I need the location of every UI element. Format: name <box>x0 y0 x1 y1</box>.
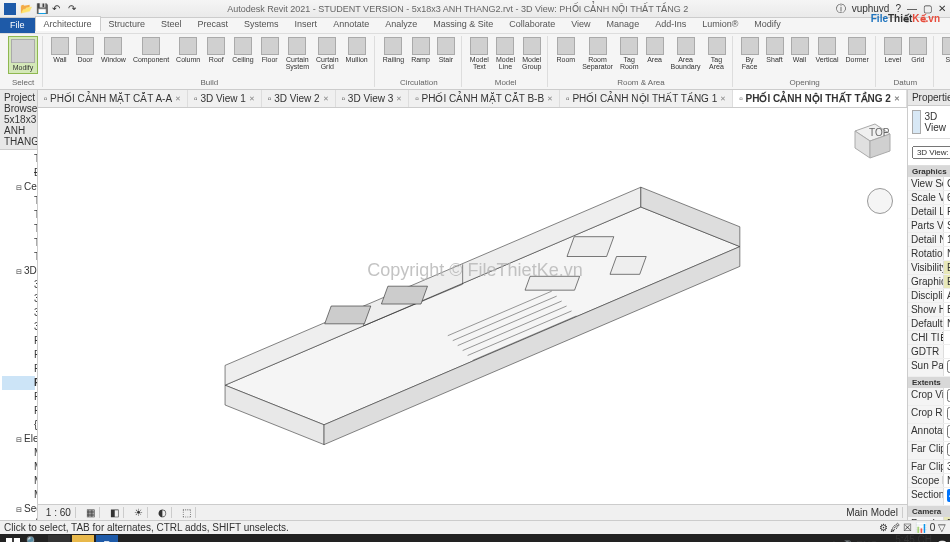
close-tab-icon[interactable]: ✕ <box>894 95 900 103</box>
detail-icon[interactable]: ▦ <box>82 507 100 518</box>
tree-node[interactable]: TẦNG 1 <box>2 194 35 208</box>
tree-node[interactable]: PHỐI CẢNH NỘI THẤT TẦNG 3 <box>2 390 35 404</box>
prop-value[interactable]: 60 <box>944 191 950 204</box>
prop-value[interactable] <box>944 406 950 423</box>
tree-node[interactable]: PHỐI CẢNH NỘI THẤT TẦNG 2 <box>2 376 35 390</box>
tree-node[interactable]: TẦNG 2 <box>2 208 35 222</box>
tree-node[interactable]: MẶT ĐỨNG TRƯỚC TRỤC B-A <box>2 488 35 502</box>
ribbon-shaft-button[interactable]: Shaft <box>764 36 786 64</box>
ribbon-door-button[interactable]: Door <box>74 36 96 64</box>
prop-value[interactable]: Show Original <box>944 219 950 232</box>
file-tab[interactable]: File <box>0 18 35 33</box>
ribbon-modeltext-button[interactable]: Model Text <box>468 36 491 71</box>
tree-node[interactable]: ĐỊNH VỊ <box>2 166 35 180</box>
redo-icon[interactable]: ↷ <box>68 3 80 15</box>
ribbon-room-button[interactable]: Room <box>554 36 577 64</box>
close-tab-icon[interactable]: ✕ <box>323 95 329 103</box>
close-tab-icon[interactable]: ✕ <box>396 95 402 103</box>
view-cube[interactable]: TOP <box>845 116 895 166</box>
menu-tab-manage[interactable]: Manage <box>599 17 648 31</box>
ribbon-stair-button[interactable]: Stair <box>435 36 457 64</box>
tree-node[interactable]: MẶT ĐỨNG TRÁI TRỤC 1-B <box>2 474 35 488</box>
ribbon-byface-button[interactable]: By Face <box>739 36 761 71</box>
prop-value[interactable]: Edit... <box>944 275 950 288</box>
ribbon-level-button[interactable]: Level <box>882 36 904 64</box>
scale-control[interactable]: 1 : 60 <box>42 507 76 518</box>
ribbon-area-button[interactable]: Area <box>644 36 666 64</box>
menu-tab-addins[interactable]: Add-Ins <box>647 17 694 31</box>
ribbon-roomseparator-button[interactable]: Room Separator <box>580 36 615 71</box>
ribbon-wall-button[interactable]: Wall <box>789 36 811 64</box>
tree-node[interactable]: MẶT ĐỨNG PHẢI TRỤC B-1 <box>2 446 35 460</box>
tree-node[interactable]: TẦNG 3 <box>2 222 35 236</box>
drawing-canvas[interactable]: TOP <box>38 108 907 504</box>
prop-category[interactable]: Camera <box>908 506 950 517</box>
ribbon-grid-button[interactable]: Grid <box>907 36 929 64</box>
close-tab-icon[interactable]: ✕ <box>547 95 553 103</box>
sun-icon[interactable]: ☀ <box>130 507 148 518</box>
menu-tab-structure[interactable]: Structure <box>101 17 154 31</box>
main-model[interactable]: Main Model <box>842 507 903 518</box>
tree-node[interactable]: TẦNG LỬNG 2 <box>2 250 35 264</box>
view-tab[interactable]: ▫ 3D View 1✕ <box>188 90 262 107</box>
tree-node[interactable]: TẦNG LỬNG 2 <box>2 152 35 166</box>
prop-value[interactable] <box>944 442 950 459</box>
menu-tab-massingsite[interactable]: Massing & Site <box>425 17 501 31</box>
open-icon[interactable]: 📂 <box>20 3 32 15</box>
shadow-icon[interactable]: ◐ <box>154 507 172 518</box>
ribbon-vertical-button[interactable]: Vertical <box>814 36 841 64</box>
tree-node[interactable]: Ceiling Plans <box>2 180 35 194</box>
menu-tab-collaborate[interactable]: Collaborate <box>501 17 563 31</box>
view-tab[interactable]: ▫ PHỐI CẢNH NỘI THẤT TẦNG 2✕ <box>733 90 907 107</box>
menu-tab-steel[interactable]: Steel <box>153 17 190 31</box>
save-icon[interactable]: 💾 <box>36 3 48 15</box>
type-selector[interactable]: 3D View <box>908 106 950 139</box>
crop-icon[interactable]: ⬚ <box>178 507 196 518</box>
ribbon-modify-button[interactable]: Modify <box>8 36 38 74</box>
tree-node[interactable]: PHỐI CẢNH NỘI THẤT TẦNG MÁI <box>2 404 35 418</box>
ribbon-ramp-button[interactable]: Ramp <box>409 36 432 64</box>
menu-tab-architecture[interactable]: Architecture <box>35 16 101 31</box>
prop-value[interactable]: Custom <box>944 177 950 190</box>
start-button[interactable] <box>2 535 24 542</box>
ribbon-curtaingrid-button[interactable]: Curtain Grid <box>314 36 341 71</box>
tree-node[interactable]: TẦNG LỬNG 1 <box>2 236 35 250</box>
ribbon-window-button[interactable]: Window <box>99 36 128 64</box>
menu-tab-annotate[interactable]: Annotate <box>325 17 377 31</box>
view-tab[interactable]: ▫ PHỐI CẢNH MẶT CẮT B-B✕ <box>409 90 560 107</box>
search-icon[interactable]: 🔍 <box>26 536 46 542</box>
menu-tab-view[interactable]: View <box>563 17 598 31</box>
explorer-icon[interactable]: 📁 <box>72 535 94 542</box>
close-tab-icon[interactable]: ✕ <box>720 95 726 103</box>
tree-node[interactable]: A <box>2 516 35 520</box>
tree-node[interactable]: PHỐI CẢNH MẶT CẮT B-B <box>2 348 35 362</box>
prop-value[interactable]: 1 <box>944 233 950 246</box>
ribbon-ceiling-button[interactable]: Ceiling <box>230 36 255 64</box>
prop-value[interactable]: Architectural <box>944 289 950 302</box>
ribbon-set-button[interactable]: Set <box>940 36 950 64</box>
instance-selector[interactable]: 3D View: PHỐI CẢNH… <box>912 146 950 159</box>
prop-value[interactable]: None <box>944 317 950 330</box>
menu-tab-insert[interactable]: Insert <box>287 17 326 31</box>
ribbon-areaboundary-button[interactable]: Area Boundary <box>669 36 703 71</box>
undo-icon[interactable]: ↶ <box>52 3 64 15</box>
close-tab-icon[interactable]: ✕ <box>249 95 255 103</box>
taskview-icon[interactable]: ▭ <box>48 535 70 542</box>
tree-node[interactable]: 3D View 2 <box>2 306 35 320</box>
ribbon-column-button[interactable]: Column <box>174 36 202 64</box>
ribbon-railing-button[interactable]: Railing <box>381 36 406 64</box>
ribbon-roof-button[interactable]: Roof <box>205 36 227 64</box>
steering-wheel[interactable] <box>867 188 893 214</box>
menu-tab-systems[interactable]: Systems <box>236 17 287 31</box>
prop-value[interactable] <box>944 388 950 405</box>
ribbon-modelgroup-button[interactable]: Model Group <box>520 36 543 71</box>
revit-app-icon[interactable]: R <box>96 535 118 542</box>
ribbon-dormer-button[interactable]: Dormer <box>843 36 870 64</box>
tree-node[interactable]: 3D View 1 <box>2 292 35 306</box>
ribbon-wall-button[interactable]: Wall <box>49 36 71 64</box>
prop-value[interactable]: 304800,0 <box>944 460 950 473</box>
prop-value[interactable] <box>944 424 950 441</box>
info-icon[interactable]: ⓘ <box>836 2 846 16</box>
tree-node[interactable]: Sections (Wall Section) <box>2 502 35 516</box>
tree-node[interactable]: PHỐI CẢNH MẶT CẮT A-A <box>2 334 35 348</box>
